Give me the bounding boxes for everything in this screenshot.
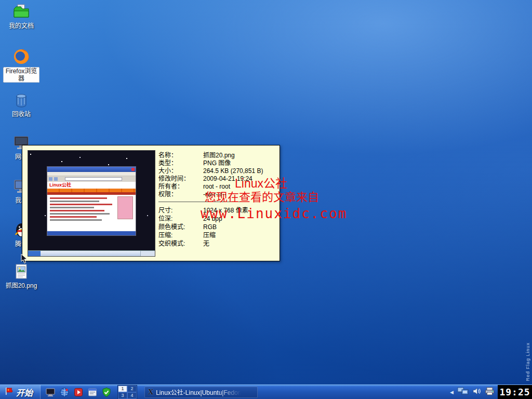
thumb-text-line [50,204,112,205]
thumb-browser-window: Linux公社 [47,166,136,236]
workspace-3[interactable]: 3 [118,392,127,399]
prop-row: 大小：264.5 KB (270,851 B) [158,167,263,175]
thumb-text-line [50,197,107,199]
firefox-icon [12,48,30,65]
thumb-text-line [50,201,99,202]
prop-value: 压缩 [203,231,216,240]
file-manager-icon[interactable] [87,387,98,398]
show-desktop-icon[interactable] [45,387,56,398]
system-tray: ◀ [450,387,498,397]
thumb-text-line [50,219,102,221]
redflag-logo-icon [4,387,14,398]
desktop-icon-screenshot-file[interactable]: 抓图20.png [0,263,43,289]
prop-row: 尺寸:532 x 399 像素 [158,206,263,215]
file-preview-thumbnail: Linux公社 [28,150,155,257]
task-window-button[interactable]: X Linux公社-Linux|Ubuntu|Fedora [144,387,258,398]
network-tray-icon[interactable] [457,387,469,397]
thumb-text-line [50,213,110,215]
prop-row: 位深:24 bpp [158,215,263,223]
desktop: 我的文档 Firefox浏览器 回收站 [0,0,532,399]
thumb-back-icon [49,177,52,181]
workspace-4[interactable]: 4 [127,392,137,399]
file-info-tooltip: Linux公社 [22,145,280,261]
thumb-systray [140,251,155,256]
prop-label: 交织模式: [158,240,203,248]
taskbar: 开始 [0,384,532,399]
prop-value: PNG 图像 [203,159,231,167]
security-shield-icon[interactable] [101,387,112,398]
prop-label: 类型： [158,159,203,167]
prop-value: 532 x 399 像素 [203,206,248,215]
folder-icon [12,3,30,21]
thumb-star-dots [30,154,31,155]
trash-icon [12,91,30,109]
prop-row: 名称：抓图20.png [158,152,263,159]
prop-label: 颜色模式: [158,223,203,231]
workspace-1[interactable]: 1 [118,385,127,392]
start-button[interactable]: 开始 [0,385,41,399]
thumb-site-logo: Linux公社 [49,182,71,188]
workspace-2[interactable]: 2 [127,385,137,392]
prop-label: 尺寸: [158,206,203,215]
thumb-text-line [50,210,104,211]
mouse-cursor-icon [21,254,28,266]
prop-row: 类型：PNG 图像 [158,159,263,167]
prop-value: 2009-04-21 19:24 [203,175,252,183]
thumb-footer-bar [47,231,136,235]
workspace-pager[interactable]: 1 2 3 4 [117,385,137,399]
thumb-text-line [50,207,94,208]
prop-row: 交织模式:无 [158,240,263,248]
prop-value: 264.5 KB (270,851 B) [203,167,263,175]
file-properties: 名称：抓图20.png 类型：PNG 图像 大小：264.5 KB (270,8… [158,152,263,248]
desktop-icon-label: Firefox浏览器 [3,67,39,83]
volume-tray-icon[interactable] [472,387,481,397]
prop-label: 名称： [158,152,203,159]
thumb-text-line [50,216,97,218]
prop-label: 修改时间： [158,175,203,183]
start-button-label: 开始 [16,386,33,398]
prop-value: 无 [203,240,209,248]
prop-label: 位深: [158,215,203,223]
prop-label: 所有者： [158,183,203,191]
prop-label: 大小： [158,167,203,175]
thumb-start-button [28,251,41,256]
prop-row: 权限：-rw-r--r-- [158,191,263,198]
desktop-icon-label: 我的文档 [9,22,34,30]
prop-value: RGB [203,223,217,231]
prop-label: 压缩: [158,231,203,240]
prop-row: 修改时间：2009-04-21 19:24 [158,175,263,183]
task-window-label: Linux公社-Linux|Ubuntu|Fedora [156,388,243,396]
desktop-icon-recycle-bin[interactable]: 回收站 [0,91,43,118]
printer-tray-icon[interactable] [485,387,495,397]
thumb-taskbar [28,250,155,256]
browser-launcher-icon[interactable] [59,387,70,398]
redflag-branding-text: Red Flag Linux [525,342,530,381]
thumb-toolbar [47,176,136,182]
thumb-subnav-bar [47,192,136,195]
media-app-icon[interactable] [73,387,84,398]
prop-label: 权限： [158,191,203,198]
thumb-titlebar [47,167,136,172]
thumb-close-icon [131,168,135,171]
thumb-nav-bar [47,189,136,192]
thumb-photo-box [117,196,133,219]
prop-value: -rw-r--r-- [203,191,227,198]
desktop-icon-label: 抓图20.png [6,282,37,289]
props-divider [158,202,248,202]
xwindow-icon: X [148,388,153,396]
desktop-icon-label: 回收站 [12,111,31,118]
quick-launch [45,387,112,398]
thumb-menubar [47,172,136,176]
desktop-icon-my-documents[interactable]: 我的文档 [0,3,43,30]
prop-row: 压缩:压缩 [158,231,263,240]
thumb-forward-icon [54,177,58,181]
tray-collapse-icon[interactable]: ◀ [450,390,454,395]
prop-value: 抓图20.png [203,152,235,159]
thumb-address-bar [65,177,122,181]
desktop-icon-firefox[interactable]: Firefox浏览器 [0,48,43,83]
prop-value: 24 bpp [203,215,222,223]
thumb-page-content: Linux公社 [47,182,136,235]
prop-row: 所有者：root - root [158,183,263,191]
taskbar-clock[interactable]: 19:25 [498,385,532,399]
prop-row: 颜色模式:RGB [158,223,263,231]
